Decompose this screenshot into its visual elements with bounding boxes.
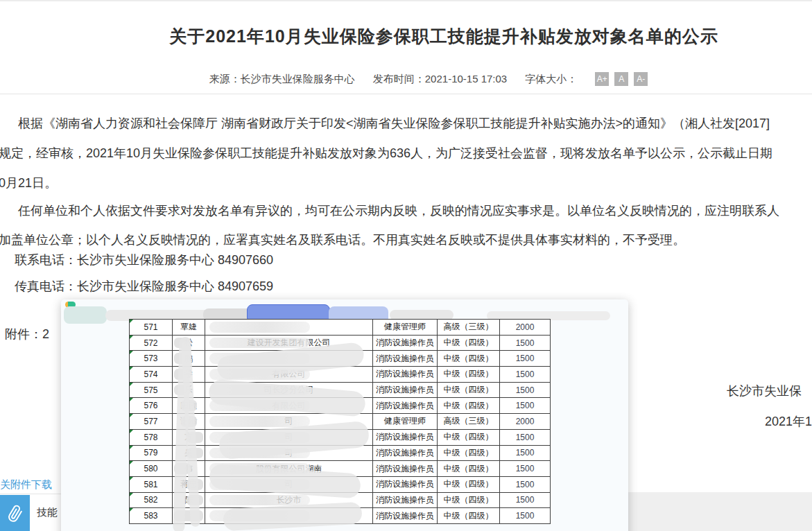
- source-label: 来源：长沙市失业保险服务中心: [209, 73, 355, 86]
- amount-cell: 1500: [500, 492, 551, 508]
- related-attachments-link[interactable]: 关附件下载: [0, 478, 52, 491]
- amount-cell: 1500: [500, 367, 551, 383]
- occupation-cell: 消防设施操作员: [373, 398, 438, 414]
- level-cell: 中级（四级）: [438, 445, 500, 461]
- occupation-cell: 消防设施操作员: [373, 476, 438, 492]
- level-cell: 中级（四级）: [438, 367, 500, 383]
- occupation-cell: 消防设施操作员: [373, 492, 438, 508]
- font-increase-button[interactable]: A+: [595, 72, 609, 86]
- amount-cell: 2000: [500, 320, 551, 336]
- attachment-preview-image: 571 覃婕 健康管理师 高级（三级） 2000 572 松 建设开发集团有限公…: [61, 299, 628, 531]
- row-number-cell: 575: [130, 382, 173, 398]
- occupation-cell: 消防设施操作员: [373, 508, 438, 524]
- body-line: 加盖单位公章；以个人名义反映情况的，应署真实姓名及联系电话。不用真实姓名反映或不…: [0, 232, 685, 248]
- name-cell: 覃婕: [173, 320, 205, 336]
- redaction-blob: [209, 495, 310, 506]
- amount-cell: 1500: [500, 508, 551, 524]
- publish-time-label: 发布时间：2021-10-15 17:03: [373, 73, 507, 86]
- amount-cell: 1500: [500, 335, 551, 351]
- level-cell: 中级（四级）: [438, 382, 500, 398]
- level-cell: 中级（四级）: [438, 476, 500, 492]
- body-line: 规定，经审核，2021年10月失业保险参保职工技能提升补贴发放对象为636人，为…: [0, 145, 772, 162]
- amount-cell: 1500: [500, 351, 551, 367]
- fontsize-buttons: A+ A A-: [595, 72, 648, 86]
- amount-cell: 1500: [500, 382, 551, 398]
- occupation-cell: 消防设施操作员: [373, 429, 438, 445]
- attachment-label: 附件：2: [5, 326, 49, 342]
- fontsize-label: 字体大小：: [525, 73, 577, 86]
- attachment-file-link[interactable]: 技能: [37, 506, 58, 519]
- amount-cell: 1500: [500, 429, 551, 445]
- contact-phone-line: 联系电话：长沙市失业保险服务中心 84907660: [15, 252, 273, 268]
- page-title: 关于2021年10月失业保险参保职工技能提升补贴发放对象名单的公示: [0, 25, 812, 48]
- occupation-cell: 消防设施操作员: [373, 461, 438, 477]
- body-line: 根据《湖南省人力资源和社会保障厅 湖南省财政厅关于印发<湖南省失业保险参保职工技…: [18, 115, 770, 132]
- amount-cell: 1500: [500, 461, 551, 477]
- notice-page: 关于2021年10月失业保险参保职工技能提升补贴发放对象名单的公示 来源：长沙市…: [0, 0, 812, 531]
- signature-org: 长沙市失业保: [727, 383, 802, 399]
- occupation-cell: 消防设施操作员: [373, 445, 438, 461]
- occupation-cell: 健康管理师: [373, 414, 438, 430]
- company-cell: [205, 320, 373, 336]
- level-cell: 中级（四级）: [438, 398, 500, 414]
- row-number-cell: 579: [130, 445, 173, 461]
- meta-bar: 来源：长沙市失业保险服务中心 发布时间：2021-10-15 17:03 字体大…: [0, 72, 812, 86]
- row-number-cell: 574: [130, 367, 173, 383]
- amount-cell: 1500: [500, 398, 551, 414]
- signature-date: 2021年1: [765, 413, 812, 430]
- header-divider: [0, 94, 812, 94]
- amount-cell: 2000: [500, 414, 551, 430]
- row-number-cell: 571: [130, 320, 173, 336]
- occupation-cell: 消防设施操作员: [373, 382, 438, 398]
- row-number-cell: 576: [130, 398, 173, 414]
- occupation-cell: 消防设施操作员: [373, 351, 438, 367]
- attachment-row-background: [628, 492, 812, 531]
- occupation-cell: 消防设施操作员: [373, 335, 438, 351]
- occupation-cell: 消防设施操作员: [373, 367, 438, 383]
- row-number-cell: 573: [130, 351, 173, 367]
- amount-cell: 1500: [500, 476, 551, 492]
- redaction-blob: [209, 322, 310, 333]
- level-cell: 中级（四级）: [438, 508, 500, 524]
- level-cell: 高级（三级）: [438, 414, 500, 430]
- redaction-blob: [209, 416, 310, 427]
- body-line: 0月21日。: [0, 175, 57, 191]
- level-cell: 中级（四级）: [438, 351, 500, 367]
- redaction-blob: [64, 306, 107, 324]
- paperclip-icon[interactable]: [0, 495, 30, 531]
- level-cell: 中级（四级）: [438, 335, 500, 351]
- row-number-cell: 582: [130, 492, 173, 508]
- level-cell: 中级（四级）: [438, 492, 500, 508]
- font-normal-button[interactable]: A: [614, 72, 628, 86]
- occupation-cell: 健康管理师: [373, 320, 438, 336]
- fax-phone-line: 传真电话：长沙市失业保险服务中心 84907659: [15, 278, 273, 295]
- row-number-cell: 580: [130, 461, 173, 477]
- row-number-cell: 572: [130, 335, 173, 351]
- level-cell: 高级（三级）: [438, 320, 500, 336]
- level-cell: 中级（四级）: [438, 429, 500, 445]
- font-decrease-button[interactable]: A-: [634, 72, 648, 86]
- body-line: 任何单位和个人依据文件要求对发放名单有异议的，均可在公示期内反映，反映的情况应实…: [18, 202, 779, 219]
- row-number-cell: 578: [130, 429, 173, 445]
- row-number-cell: 577: [130, 414, 173, 430]
- redaction-blob: [209, 338, 310, 349]
- level-cell: 中级（四级）: [438, 461, 500, 477]
- table-row: 571 覃婕 健康管理师 高级（三级） 2000: [130, 320, 551, 336]
- row-number-cell: 581: [130, 476, 173, 492]
- amount-cell: 1500: [500, 445, 551, 461]
- row-number-cell: 583: [130, 508, 173, 524]
